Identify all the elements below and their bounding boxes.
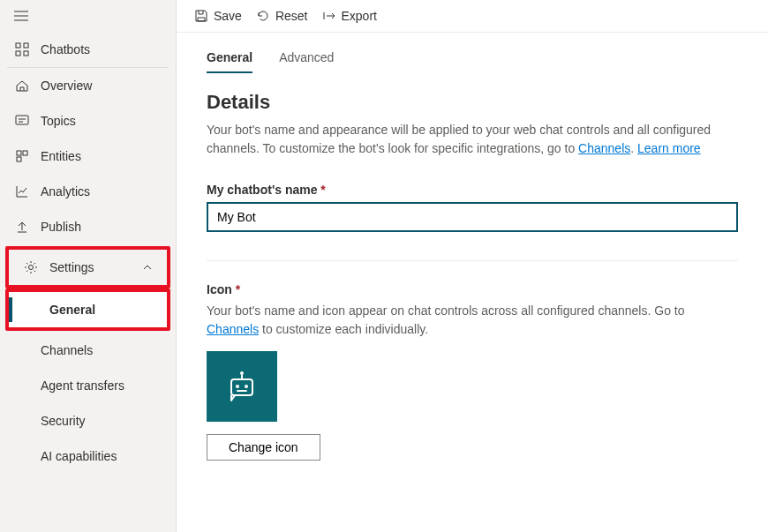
sidebar-label: Settings bbox=[49, 260, 94, 274]
svg-rect-1 bbox=[24, 43, 28, 48]
svg-point-11 bbox=[245, 385, 248, 388]
sidebar-label: Security bbox=[41, 414, 86, 428]
sidebar-label: Chatbots bbox=[41, 42, 90, 56]
name-label: My chatbot's name * bbox=[207, 183, 738, 197]
svg-rect-4 bbox=[16, 116, 28, 124]
bot-name-input[interactable] bbox=[207, 202, 738, 232]
sidebar-settings[interactable]: Settings bbox=[9, 250, 167, 285]
tab-advanced[interactable]: Advanced bbox=[279, 50, 334, 73]
sidebar-label: Agent transfers bbox=[41, 378, 124, 393]
button-label: Save bbox=[214, 9, 242, 23]
sidebar-entities[interactable]: Entities bbox=[0, 139, 176, 174]
svg-rect-5 bbox=[17, 151, 21, 155]
highlight-general: General bbox=[5, 288, 170, 331]
sidebar-settings-general[interactable]: General bbox=[9, 292, 167, 327]
analytics-icon bbox=[14, 184, 30, 199]
tab-general[interactable]: General bbox=[207, 50, 252, 73]
icon-description: Your bot's name and icon appear on chat … bbox=[207, 302, 738, 339]
sidebar-label: General bbox=[49, 303, 95, 317]
export-icon bbox=[322, 9, 336, 23]
sidebar-publish[interactable]: Publish bbox=[0, 209, 176, 244]
gear-icon bbox=[23, 260, 39, 274]
divider bbox=[207, 260, 738, 261]
button-label: Export bbox=[342, 9, 377, 23]
page-title: Details bbox=[207, 91, 738, 114]
sidebar-label: Entities bbox=[41, 149, 81, 163]
svg-point-10 bbox=[236, 385, 239, 388]
svg-rect-3 bbox=[24, 51, 28, 56]
reset-button[interactable]: Reset bbox=[256, 9, 308, 23]
sidebar-label: Publish bbox=[41, 220, 81, 234]
sidebar-topics[interactable]: Topics bbox=[0, 103, 176, 139]
change-icon-button[interactable]: Change icon bbox=[207, 434, 320, 461]
svg-rect-9 bbox=[231, 379, 252, 395]
bot-icon bbox=[222, 367, 261, 406]
learn-more-link[interactable]: Learn more bbox=[637, 141, 701, 155]
sidebar-overview[interactable]: Overview bbox=[0, 68, 176, 103]
svg-rect-0 bbox=[16, 43, 20, 48]
svg-point-8 bbox=[29, 266, 34, 270]
sidebar-settings-agent-transfers[interactable]: Agent transfers bbox=[0, 368, 176, 403]
tabs: General Advanced bbox=[207, 50, 738, 73]
sidebar-label: AI capabilities bbox=[41, 449, 117, 463]
main: Save Reset Export General Advanced bbox=[177, 0, 768, 532]
home-icon bbox=[14, 79, 30, 93]
sidebar-analytics[interactable]: Analytics bbox=[0, 174, 176, 209]
save-icon bbox=[194, 9, 208, 23]
highlight-settings: Settings bbox=[5, 246, 170, 288]
publish-icon bbox=[14, 220, 30, 234]
sidebar: Chatbots Overview Topics Entities bbox=[0, 0, 177, 532]
chat-icon bbox=[14, 114, 30, 128]
hamburger-icon bbox=[14, 11, 28, 21]
channels-link-2[interactable]: Channels bbox=[207, 322, 259, 336]
hamburger-menu[interactable] bbox=[0, 0, 176, 32]
button-label: Reset bbox=[275, 9, 308, 23]
details-description: Your bot's name and appearance will be a… bbox=[207, 121, 738, 158]
sidebar-settings-ai-capabilities[interactable]: AI capabilities bbox=[0, 438, 176, 474]
svg-rect-7 bbox=[17, 157, 21, 161]
svg-rect-6 bbox=[23, 151, 27, 155]
sidebar-settings-security[interactable]: Security bbox=[0, 403, 176, 438]
sidebar-label: Channels bbox=[41, 343, 93, 357]
chevron-up-icon bbox=[142, 262, 153, 273]
reset-icon bbox=[256, 9, 270, 23]
channels-link[interactable]: Channels bbox=[578, 141, 630, 155]
toolbar: Save Reset Export bbox=[177, 0, 768, 33]
svg-point-12 bbox=[240, 371, 244, 375]
icon-label: Icon * bbox=[207, 282, 738, 296]
bot-icon-preview bbox=[207, 351, 277, 422]
export-button[interactable]: Export bbox=[322, 9, 377, 23]
sidebar-chatbots[interactable]: Chatbots bbox=[0, 32, 176, 67]
sidebar-label: Topics bbox=[41, 114, 76, 128]
sidebar-label: Analytics bbox=[41, 184, 90, 199]
sidebar-label: Overview bbox=[41, 79, 92, 93]
grid-icon bbox=[14, 42, 30, 56]
save-button[interactable]: Save bbox=[194, 9, 242, 23]
svg-rect-2 bbox=[16, 51, 20, 56]
entities-icon bbox=[14, 149, 30, 163]
sidebar-settings-channels[interactable]: Channels bbox=[0, 333, 176, 368]
